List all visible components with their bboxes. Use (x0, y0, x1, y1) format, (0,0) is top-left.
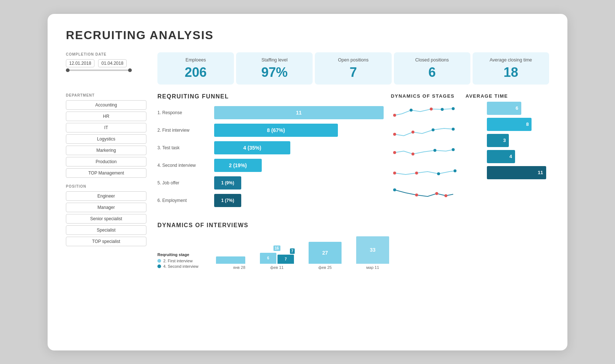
kpi-employees-label: Emploees (161, 57, 230, 63)
position-filter: POSITION Engineer Manager Senior special… (66, 184, 146, 246)
pos-engineer[interactable]: Engineer (66, 191, 146, 201)
svg-point-8 (452, 128, 455, 131)
pos-specialist[interactable]: Specialist (66, 225, 146, 235)
funnel-title: REQRUITING FUNNEL (157, 93, 384, 100)
kpi-row: Emploees 206 Staffing level 97% Open pos… (157, 52, 549, 85)
kpi-closed: Closed positions 6 (394, 52, 470, 85)
dept-hr[interactable]: HR (66, 112, 146, 121)
funnel-row-4: 4. Second interview 2 (19%) (157, 158, 384, 172)
kpi-avgtime: Average closing time 18 (473, 52, 549, 85)
avg-bar-row-2: 8 (487, 118, 549, 131)
kpi-open-value: 7 (318, 65, 388, 80)
label-feb11: фев 11 (270, 265, 283, 270)
label-mar11: мар 11 (366, 265, 379, 270)
chart-group-feb11: 6 7 16 7 фев 11 (260, 234, 294, 270)
sparkline-3 (391, 143, 457, 159)
pos-top[interactable]: TOP specialist (66, 237, 146, 246)
avg-bar-4: 4 (487, 150, 515, 163)
pos-manager[interactable]: Manager (66, 203, 146, 212)
sparkline-4 (391, 163, 457, 179)
funnel-row-3: 3. Test task 4 (35%) (157, 141, 384, 155)
avg-bar-1: 6 (487, 102, 521, 115)
sparkline-5 (391, 183, 457, 199)
kpi-closed-value: 6 (398, 65, 467, 80)
funnel-bar-second: 2 (19%) (214, 159, 262, 172)
svg-point-19 (435, 192, 438, 195)
page-title: RECRUITING ANALYSIS (66, 29, 549, 42)
svg-point-1 (410, 109, 413, 112)
bar-feb11-label1: 6 (260, 253, 276, 264)
chart-group-jan28: янв 28 (216, 234, 245, 270)
completion-label: COMPLETION DATE (66, 52, 146, 56)
start-date[interactable]: 12.01.2018 (66, 59, 94, 67)
funnel-bar-response: 11 (214, 106, 384, 119)
kpi-staffing-label: Staffing level (240, 57, 309, 63)
dept-production[interactable]: Production (66, 157, 146, 166)
funnel-bar-first: 8 (67%) (214, 124, 338, 137)
dept-top-management[interactable]: TOP Management (66, 168, 146, 178)
svg-point-6 (411, 131, 414, 134)
dept-it[interactable]: IT (66, 123, 146, 132)
bar-feb25: 27 (309, 242, 342, 264)
svg-point-4 (452, 107, 455, 110)
avg-bar-row-1: 6 (487, 102, 549, 115)
interviews-chart: янв 28 6 7 (216, 234, 549, 270)
main-card: RECRUITING ANALYSIS COMPLETION DATE 12.0… (48, 14, 567, 350)
svg-point-13 (393, 172, 396, 175)
date-slider[interactable] (66, 70, 132, 71)
avgtime-title: AVERAGE TIME (466, 93, 508, 99)
dept-logystics[interactable]: Logystics (66, 134, 146, 144)
kpi-closed-label: Closed positions (398, 57, 467, 63)
bar-feb11-label2: 7 (277, 255, 294, 264)
dept-accounting[interactable]: Accounting (66, 100, 146, 110)
dynamics-title: DYNAMICS OF STAGES (391, 93, 455, 99)
svg-point-3 (441, 108, 444, 111)
kpi-avgtime-label: Average closing time (476, 57, 545, 63)
interviews-legend: Reqruiting stage 2. First interview 4. S… (157, 252, 205, 270)
dynamics-section: DYNAMICS OF STAGES AVERAGE TIME (391, 93, 549, 211)
chart-group-feb25: 27 фев 25 (309, 234, 342, 270)
svg-point-0 (393, 114, 396, 117)
funnel-bar-test: 4 (35%) (214, 141, 290, 154)
svg-point-9 (393, 151, 396, 154)
funnel-bar-employment: 1 (7%) (214, 194, 241, 207)
department-filter: DEPARTMENT Accounting HR IT Logystics Ma… (66, 93, 146, 178)
funnel-row-5: 5. Job offer 1 (9%) (157, 176, 384, 190)
avg-bar-row-4: 4 (487, 150, 549, 163)
svg-point-18 (415, 194, 418, 196)
avg-bar-5: 11 (487, 166, 546, 179)
svg-point-7 (432, 128, 435, 131)
svg-point-12 (452, 148, 455, 151)
funnel-section: REQRUITING FUNNEL 1. Response 11 2. Firs… (157, 93, 384, 211)
pos-senior[interactable]: Senior specialist (66, 214, 146, 224)
svg-point-5 (393, 133, 396, 136)
svg-point-17 (393, 188, 396, 191)
sparkline-2 (391, 123, 457, 139)
svg-point-11 (433, 149, 436, 152)
svg-point-20 (444, 194, 447, 197)
label-feb25: фев 25 (318, 265, 332, 270)
end-date[interactable]: 01.04.2018 (98, 59, 127, 67)
avg-bar-row-5: 11 (487, 166, 549, 179)
svg-point-10 (411, 153, 414, 155)
funnel-row-1: 1. Response 11 (157, 106, 384, 120)
bar-feb11-top1: 16 (273, 245, 280, 251)
avg-bar-row-3: 3 (487, 134, 549, 147)
label-jan28: янв 28 (233, 265, 245, 270)
kpi-open: Open positions 7 (315, 52, 391, 85)
svg-point-15 (437, 172, 440, 175)
chart-group-mar11: 33 мар 11 (356, 234, 389, 270)
funnel-bar-offer: 1 (9%) (214, 176, 241, 189)
position-label: POSITION (66, 184, 146, 188)
bar-jan28-first (216, 256, 245, 264)
dept-markering[interactable]: Markering (66, 146, 146, 155)
avg-bar-2: 8 (487, 118, 532, 131)
avg-time-bars: 6 8 3 4 11 (484, 102, 549, 200)
legend-dot-second (157, 264, 161, 268)
svg-point-14 (415, 172, 418, 175)
funnel-row-6: 6. Employment 1 (7%) (157, 194, 384, 207)
legend-second: 4. Second interview (157, 264, 205, 269)
legend-first: 2. First interview (157, 259, 205, 263)
sparkline-1 (391, 104, 457, 120)
avg-bar-3: 3 (487, 134, 508, 147)
